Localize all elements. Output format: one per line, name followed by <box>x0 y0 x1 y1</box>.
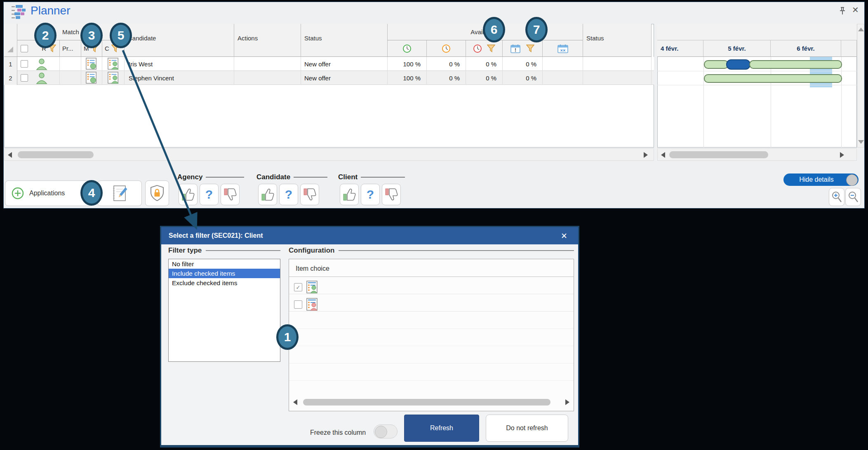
agency-unknown-button[interactable]: ? <box>200 184 219 205</box>
column-header-actions[interactable]: Actions <box>234 24 301 57</box>
item-checkbox-unchecked[interactable] <box>294 300 302 309</box>
gantt-bar-segment[interactable] <box>749 60 842 69</box>
callout-badge-6: 6 <box>483 17 505 42</box>
scroll-right-icon[interactable] <box>840 152 844 158</box>
pr-cell <box>60 71 81 85</box>
scroll-left-icon[interactable] <box>8 152 12 158</box>
column-header-calendar-excluded[interactable]: ×× <box>543 40 583 57</box>
c-cell <box>102 71 125 85</box>
grid-hscrollbar[interactable] <box>4 148 654 161</box>
select-all-checkbox[interactable] <box>21 45 28 52</box>
dialog-close-icon[interactable]: ✕ <box>561 231 567 241</box>
candidate-header-label: Candidate <box>128 35 156 42</box>
column-header-availability-green[interactable] <box>388 40 427 57</box>
edit-notes-button[interactable] <box>97 180 142 206</box>
hide-details-knob <box>846 174 858 186</box>
red-clock-filter-funnel-icon[interactable] <box>487 45 495 52</box>
scroll-down-icon[interactable] <box>858 140 864 144</box>
gantt-date-header <box>841 40 857 57</box>
gantt-vscrollbar[interactable] <box>857 24 864 148</box>
row-number[interactable]: 1 <box>4 57 17 71</box>
item-choice-header[interactable]: Item choice <box>296 265 329 272</box>
column-header-availability-orange[interactable] <box>427 40 466 57</box>
freeze-column-label: Freeze this column <box>310 429 366 436</box>
gantt-bar-segment[interactable] <box>704 74 842 83</box>
client-list-green-icon[interactable] <box>306 281 318 294</box>
person-icon[interactable] <box>35 72 48 84</box>
row-number[interactable]: 2 <box>4 71 17 85</box>
notebook-pencil-icon <box>111 184 129 202</box>
refresh-button[interactable]: Refresh <box>404 415 479 442</box>
security-shield-button[interactable] <box>145 180 169 206</box>
zoom-out-button[interactable] <box>845 188 861 206</box>
candidate-list-icon[interactable] <box>107 58 120 70</box>
actions-cell <box>234 57 301 71</box>
client-thumbs-up-button[interactable] <box>340 184 359 205</box>
gantt-date-header[interactable]: 5 févr. <box>703 40 771 57</box>
grid-corner-cell[interactable] <box>4 24 17 57</box>
gantt-bar-segment[interactable] <box>726 59 750 70</box>
client-thumbs-down-button[interactable] <box>382 184 401 205</box>
gantt-gridline <box>703 57 704 148</box>
scroll-right-icon[interactable] <box>644 152 648 158</box>
screenshot-stage: Planner ✕ Match Availability Candidate A… <box>0 0 868 450</box>
grid-hscrollbar-thumb[interactable] <box>18 151 94 158</box>
scroll-left-icon[interactable] <box>661 152 665 158</box>
column-header-status[interactable]: Status <box>301 24 388 57</box>
do-not-refresh-button[interactable]: Do not refresh <box>486 415 568 442</box>
gantt-date-header[interactable]: 4 févr. <box>657 40 703 57</box>
freeze-column-toggle[interactable] <box>374 424 398 438</box>
zoom-out-icon <box>848 191 859 204</box>
filter-type-listbox[interactable]: No filter Include checked items Exclude … <box>168 259 280 362</box>
availability-cell: 100 % <box>388 71 427 85</box>
filter-option-include-checked[interactable]: Include checked items <box>169 269 280 278</box>
column-header-pr[interactable]: Pr... <box>60 40 81 57</box>
agency-thumbs-up-button[interactable] <box>179 184 198 205</box>
config-hscrollbar[interactable] <box>292 398 571 407</box>
select-all-triangle-icon <box>7 47 13 52</box>
gantt-rowline <box>657 85 857 85</box>
row-checkbox[interactable] <box>21 74 28 82</box>
calendar-xx-icon: ×× <box>557 44 568 53</box>
close-panel-icon[interactable]: ✕ <box>852 6 859 14</box>
scroll-left-icon[interactable] <box>293 399 297 405</box>
matching-list-icon[interactable] <box>85 72 98 84</box>
gantt-date-header[interactable]: 6 févr. <box>771 40 841 57</box>
zoom-in-button[interactable] <box>829 188 844 206</box>
item-checkbox-checked[interactable]: ✓ <box>294 283 302 291</box>
column-header-availability-red[interactable] <box>466 40 503 57</box>
dialog-titlebar[interactable]: Select a filter (SEC021): Client ✕ <box>161 227 578 244</box>
r-cell <box>17 71 60 85</box>
scroll-right-icon[interactable] <box>565 399 569 405</box>
config-hscrollbar-thumb[interactable] <box>303 399 550 405</box>
status2-cell <box>583 71 652 85</box>
matching-list-icon[interactable] <box>85 58 98 70</box>
gantt-hscrollbar[interactable] <box>657 148 857 161</box>
thumbs-up-icon <box>342 187 356 202</box>
gantt-hscrollbar-thumb[interactable] <box>669 151 768 158</box>
row-checkbox[interactable] <box>21 60 28 68</box>
candidate-thumbs-up-button[interactable] <box>258 184 277 205</box>
agency-thumbs-down-button[interactable] <box>221 184 240 205</box>
filter-option-exclude-checked[interactable]: Exclude checked items <box>169 278 280 288</box>
candidate-unknown-button[interactable]: ? <box>279 184 298 205</box>
column-header-candidate[interactable]: Candidate <box>125 24 234 57</box>
candidate-list-icon[interactable] <box>107 72 120 84</box>
gantt-bar-segment[interactable] <box>704 60 729 69</box>
column-header-calendar-warning[interactable]: ! <box>503 40 543 57</box>
client-unknown-button[interactable]: ? <box>361 184 380 205</box>
filter-option-no-filter[interactable]: No filter <box>169 259 280 269</box>
candidate-cell[interactable]: Stephen Vincent <box>125 71 234 85</box>
pin-icon[interactable] <box>839 7 846 16</box>
availability-cell: 0 % <box>503 71 543 85</box>
candidate-cell[interactable]: Iris West <box>125 57 234 71</box>
client-list-red-icon[interactable] <box>306 298 318 311</box>
question-icon: ? <box>367 188 374 201</box>
calendar-filter-funnel-icon[interactable] <box>526 45 534 52</box>
column-header-status2[interactable]: Status <box>583 24 652 57</box>
hide-details-button[interactable]: Hide details <box>783 173 859 186</box>
scroll-up-icon[interactable] <box>858 28 864 31</box>
candidate-thumbs-down-button[interactable] <box>300 184 319 205</box>
person-icon[interactable] <box>35 58 48 70</box>
gantt-gridline <box>841 57 842 148</box>
